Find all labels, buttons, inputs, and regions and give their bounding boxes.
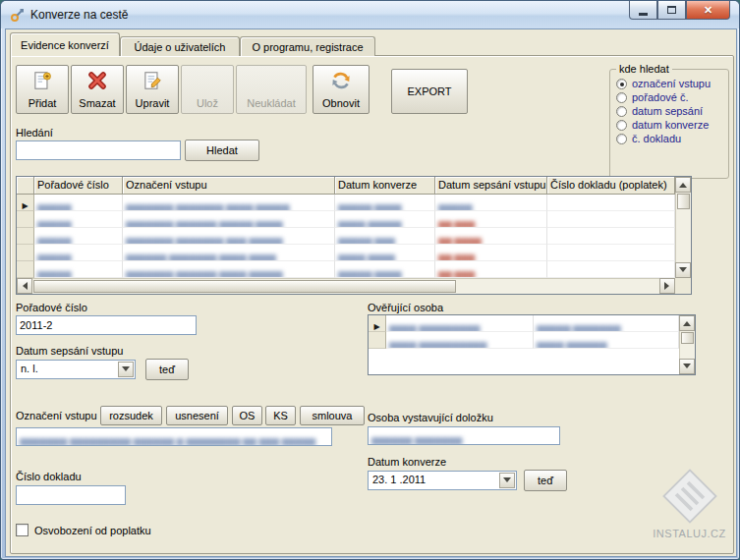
- refresh-button[interactable]: Obnovit: [313, 65, 370, 114]
- grid-header-selector: [17, 177, 34, 195]
- fee-exemption-label: Osvobození od poplatku: [34, 525, 151, 536]
- radio-label: pořadové č.: [632, 91, 688, 103]
- instaluj-logo-icon: [658, 467, 721, 526]
- radio-oznaceni-vstupu[interactable]: označení vstupu: [616, 78, 722, 89]
- scroll-up-button[interactable]: [675, 177, 691, 193]
- radio-c-dokladu[interactable]: č. dokladu: [616, 133, 722, 144]
- title-bar[interactable]: Konverze na cestě ✕: [1, 1, 739, 28]
- written-date-now-button[interactable]: teď: [145, 359, 189, 380]
- usneseni-button[interactable]: usnesení: [166, 406, 228, 425]
- table-row[interactable]: ▆▆▆▆▆ ▆▆▆▆▆▆▆ ▆▆▆▆▆▆ ▆▆▆▆▆ ▆▆▆▆ ▆▆▆▆ ▆▆▆…: [17, 211, 691, 228]
- col-datum-konverze[interactable]: Datum konverze: [335, 177, 435, 195]
- dropdown-button[interactable]: [118, 362, 134, 377]
- ks-button[interactable]: KS: [265, 406, 296, 425]
- maximize-button[interactable]: [657, 1, 686, 20]
- dropdown-button[interactable]: [499, 473, 515, 488]
- scrollbar-corner: [675, 278, 691, 294]
- written-date-value: n. l.: [17, 361, 117, 376]
- up-arrow-icon: [683, 317, 691, 326]
- col-oznaceni-vstupu[interactable]: Označení vstupu: [123, 177, 335, 195]
- delete-button[interactable]: Smazat: [71, 65, 124, 114]
- instaluj-watermark: INSTALUJ.CZ: [643, 467, 736, 539]
- refresh-icon: [313, 70, 369, 93]
- smlouva-button[interactable]: smlouva: [300, 406, 365, 425]
- scroll-down-button[interactable]: [679, 359, 695, 374]
- chevron-down-icon: [122, 366, 130, 375]
- radio-label: datum sepsání: [632, 105, 703, 117]
- search-button[interactable]: Hledat: [185, 140, 259, 161]
- tab-o-programu-registrace[interactable]: O programu, registrace: [240, 36, 375, 56]
- up-arrow-icon: [679, 179, 687, 188]
- grid-horizontal-scrollbar[interactable]: [17, 278, 675, 294]
- table-row[interactable]: ▆▆▆▆▆ ▆▆▆▆▆▆▆ ▆▆▆▆▆▆ ▆▆▆▆ ▆▆▆▆▆ ▆▆▆▆▆ ▆▆…: [17, 261, 691, 278]
- scroll-down-button[interactable]: [675, 262, 691, 278]
- app-window: Konverze na cestě ✕ Údaje o uživatelích …: [0, 0, 740, 560]
- pencil-document-icon: [127, 70, 178, 93]
- table-row[interactable]: ▆▆▆▆▆ ▆▆▆▆▆▆▆ ▆▆▆▆▆▆▆ ▆▆▆ ▆▆▆▆▆ ▆▆▆▆▆ ▆▆…: [17, 228, 691, 245]
- col-cislo-dokladu[interactable]: Číslo dokladu (poplatek): [547, 177, 675, 195]
- chevron-down-icon: [503, 477, 511, 486]
- export-button[interactable]: EXPORT: [391, 69, 468, 114]
- where-search-group: kde hledat označení vstupu pořadové č. d…: [609, 63, 729, 179]
- radio-poradove-c[interactable]: pořadové č.: [616, 91, 722, 103]
- scroll-right-button[interactable]: [659, 278, 675, 294]
- serial-number-label: Pořadové číslo: [16, 302, 87, 313]
- written-date-combo[interactable]: n. l.: [16, 360, 136, 379]
- grid-vertical-scrollbar[interactable]: [675, 177, 691, 278]
- tab-udaje-o-uzivatelich[interactable]: Údaje o uživatelích: [120, 36, 240, 56]
- scroll-left-button[interactable]: [17, 278, 32, 294]
- conversions-grid: Pořadové číslo Označení vstupu Datum kon…: [16, 176, 692, 295]
- conversion-date-now-button[interactable]: teď: [524, 470, 567, 491]
- close-button[interactable]: ✕: [686, 1, 730, 20]
- scroll-up-button[interactable]: [679, 315, 695, 331]
- list-item[interactable]: ▶ ▆▆▆▆ ▆▆▆▆▆▆▆▆▆ ▆▆▆▆▆ ▆▆▆▆▆▆▆: [369, 315, 695, 332]
- save-button[interactable]: Ulož: [181, 65, 234, 114]
- radio-icon: [616, 134, 627, 144]
- minimize-button[interactable]: [629, 1, 657, 20]
- client-area: Údaje o uživatelích O programu, registra…: [5, 28, 737, 557]
- document-number-input[interactable]: [16, 485, 126, 505]
- window-controls: ✕: [629, 1, 730, 20]
- serial-number-input[interactable]: [16, 315, 197, 335]
- radio-datum-konverze[interactable]: datum konverze: [616, 119, 722, 131]
- fee-exemption-checkbox[interactable]: [16, 524, 28, 536]
- right-arrow-icon: [664, 282, 673, 290]
- conversion-date-value: 23. 1 .2011: [369, 472, 498, 487]
- horizontal-scroll-thumb[interactable]: [33, 280, 456, 293]
- input-designation-field[interactable]: ▆▆▆▆▆▆▆ ▆▆▆▆▆▆▆▆▆ ▆▆▆▆▆▆ ▆ ▆▆▆▆▆▆▆▆ ▆▆ ▆…: [16, 427, 332, 446]
- radio-label: datum konverze: [632, 119, 709, 131]
- radio-label: č. dokladu: [632, 133, 681, 144]
- os-button[interactable]: OS: [232, 406, 262, 425]
- list-item[interactable]: ▆▆▆▆ ▆▆▆▆▆▆▆▆▆▆ ▆▆▆▆ ▆▆▆▆▆▆: [369, 332, 695, 349]
- rozsudek-button[interactable]: rozsudek: [100, 406, 162, 425]
- vertical-scroll-thumb[interactable]: [677, 194, 690, 209]
- current-row-arrow: ▶: [373, 322, 379, 331]
- window-title: Konverze na cestě: [30, 8, 128, 22]
- minimize-icon: [639, 13, 648, 16]
- current-row-arrow: ▶: [22, 201, 28, 210]
- col-poradove-cislo[interactable]: Pořadové číslo: [34, 177, 123, 195]
- tab-evidence-konverzi[interactable]: Evidence konverzí: [10, 32, 120, 56]
- issuer-label: Osoba vystavující doložku: [368, 412, 493, 423]
- radio-icon: [616, 106, 627, 117]
- maximize-icon: [667, 6, 676, 14]
- written-date-label: Datum sepsání vstupu: [16, 345, 123, 357]
- refresh-button-label: Obnovit: [313, 97, 369, 109]
- issuer-field[interactable]: ▆▆▆▆▆▆ ▆▆▆▆▆▆▆: [368, 426, 560, 445]
- no-save-button[interactable]: Neukládat: [236, 65, 307, 114]
- table-row[interactable]: ▆▆▆▆▆ ▆▆▆▆▆▆ ▆▆▆▆▆▆▆ ▆▆▆▆ ▆▆▆▆ ▆▆▆▆ ▆▆▆▆…: [17, 245, 691, 261]
- where-search-legend: kde hledat: [616, 63, 672, 75]
- table-row[interactable]: ▶ ▆▆▆▆▆ ▆▆▆▆▆▆▆ ▆▆▆▆▆▆▆ ▆▆▆▆ ▆▆▆▆▆ ▆▆▆▆▆…: [17, 195, 691, 211]
- down-arrow-icon: [683, 364, 691, 372]
- vertical-scroll-thumb[interactable]: [681, 332, 694, 344]
- verifier-scrollbar[interactable]: [679, 315, 695, 374]
- conversion-date-combo[interactable]: 23. 1 .2011: [368, 471, 517, 490]
- new-document-icon: [17, 70, 68, 93]
- col-datum-sepsani-vstupu[interactable]: Datum sepsání vstupu: [435, 177, 547, 195]
- close-icon: ✕: [704, 2, 712, 19]
- edit-button[interactable]: Upravit: [126, 65, 179, 114]
- add-button[interactable]: Přidat: [16, 65, 69, 114]
- radio-datum-sepsani[interactable]: datum sepsání: [616, 105, 722, 117]
- radio-icon: [616, 92, 627, 103]
- search-input[interactable]: [16, 140, 181, 160]
